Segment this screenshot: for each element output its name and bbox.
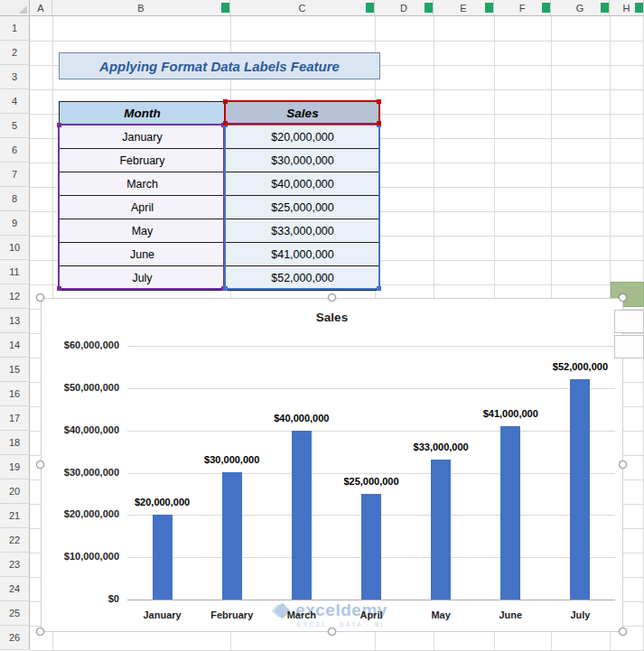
month-cell[interactable]: March <box>60 172 226 195</box>
bar-july[interactable] <box>570 379 590 600</box>
sales-chart[interactable]: Sales exceldemy EXCEL · DATA · BI $60,00… <box>41 298 623 632</box>
x-axis-label[interactable]: March <box>266 609 336 620</box>
y-axis-label[interactable]: $50,000,000 <box>42 382 119 393</box>
row-header-2[interactable]: 2 <box>0 41 30 65</box>
y-axis-label[interactable]: $60,000,000 <box>42 339 119 350</box>
row-header-22[interactable]: 22 <box>0 528 30 553</box>
select-all-corner[interactable] <box>0 0 30 16</box>
chart-gridline <box>127 473 615 474</box>
row-header-23[interactable]: 23 <box>0 553 30 577</box>
row-header-15[interactable]: 15 <box>0 358 30 382</box>
chart-resize-handle[interactable] <box>36 628 44 636</box>
chart-resize-handle[interactable] <box>328 293 336 302</box>
x-axis-label[interactable]: February <box>197 609 266 620</box>
table-body: January$20,000,000February$30,000,000Mar… <box>60 126 379 290</box>
chart-resize-handle[interactable] <box>619 293 627 302</box>
bar-january[interactable] <box>153 515 173 600</box>
bar-june[interactable] <box>500 426 520 600</box>
row-header-4[interactable]: 4 <box>0 89 30 114</box>
table-header-month[interactable]: Month <box>60 102 226 125</box>
column-header-f[interactable]: F <box>494 0 551 16</box>
row-header-25[interactable]: 25 <box>0 601 30 626</box>
row-headers: 1234567891011121314151617181920212223242… <box>0 16 30 650</box>
row-header-5[interactable]: 5 <box>0 114 30 138</box>
column-headers: ABCDEFGH <box>30 0 644 16</box>
row-header-13[interactable]: 13 <box>0 309 30 333</box>
chart-resize-handle[interactable] <box>36 293 44 302</box>
y-axis-label[interactable]: $40,000,000 <box>42 424 119 435</box>
column-header-e[interactable]: E <box>434 0 494 16</box>
chart-resize-handle[interactable] <box>36 460 44 469</box>
row-header-12[interactable]: 12 <box>0 284 30 309</box>
header-accent <box>601 3 609 13</box>
row-header-3[interactable]: 3 <box>0 65 30 89</box>
sales-cell[interactable]: $20,000,000 <box>226 126 379 148</box>
row-header-8[interactable]: 8 <box>0 187 30 211</box>
chart-styles-button[interactable] <box>614 335 644 358</box>
month-cell[interactable]: June <box>60 243 226 265</box>
sales-cell[interactable]: $25,000,000 <box>226 196 379 219</box>
row-header-26[interactable]: 26 <box>0 626 30 650</box>
data-label[interactable]: $41,000,000 <box>467 408 554 419</box>
sales-cell[interactable]: $33,000,000 <box>226 219 379 242</box>
x-axis-label[interactable]: April <box>336 609 406 620</box>
data-label[interactable]: $25,000,000 <box>328 476 415 487</box>
table-row: May$33,000,000 <box>60 219 379 243</box>
column-header-a[interactable]: A <box>30 0 52 16</box>
x-axis-label[interactable]: June <box>476 609 546 620</box>
bar-april[interactable] <box>361 494 381 600</box>
sales-cell[interactable]: $52,000,000 <box>226 266 379 290</box>
y-axis-label[interactable]: $20,000,000 <box>42 508 119 519</box>
row-header-18[interactable]: 18 <box>0 431 30 455</box>
chart-resize-handle[interactable] <box>328 628 336 636</box>
column-header-d[interactable]: D <box>375 0 434 16</box>
column-header-b[interactable]: B <box>52 0 230 16</box>
row-header-7[interactable]: 7 <box>0 163 30 187</box>
chart-resize-handle[interactable] <box>619 460 627 469</box>
chart-resize-handle[interactable] <box>619 628 627 636</box>
row-header-19[interactable]: 19 <box>0 455 30 479</box>
header-accent <box>485 3 493 13</box>
sales-cell[interactable]: $41,000,000 <box>226 243 379 265</box>
month-cell[interactable]: February <box>60 149 226 172</box>
row-header-21[interactable]: 21 <box>0 504 30 528</box>
sales-cell[interactable]: $30,000,000 <box>226 149 379 172</box>
month-cell[interactable]: April <box>60 196 226 219</box>
bar-march[interactable] <box>292 431 312 600</box>
month-cell[interactable]: January <box>60 126 226 148</box>
y-axis-label[interactable]: $10,000,000 <box>42 551 119 562</box>
spreadsheet: ABCDEFGH 1234567891011121314151617181920… <box>0 0 644 651</box>
row-header-1[interactable]: 1 <box>0 16 30 41</box>
row-header-24[interactable]: 24 <box>0 577 30 601</box>
column-header-h[interactable]: H <box>610 0 644 16</box>
row-header-6[interactable]: 6 <box>0 138 30 163</box>
x-axis-label[interactable]: July <box>546 609 615 620</box>
data-label[interactable]: $30,000,000 <box>189 454 275 465</box>
data-label[interactable]: $33,000,000 <box>397 442 484 452</box>
y-axis-label[interactable]: $30,000,000 <box>42 467 119 478</box>
row-header-9[interactable]: 9 <box>0 211 30 236</box>
x-axis-label[interactable]: January <box>127 609 197 620</box>
data-label[interactable]: $52,000,000 <box>537 361 623 372</box>
month-cell[interactable]: July <box>60 266 226 290</box>
month-cell[interactable]: May <box>60 219 226 242</box>
column-header-g[interactable]: G <box>551 0 610 16</box>
row-header-16[interactable]: 16 <box>0 382 30 406</box>
row-header-14[interactable]: 14 <box>0 333 30 358</box>
bar-may[interactable] <box>431 460 451 600</box>
chart-elements-button[interactable] <box>614 310 644 333</box>
chart-title[interactable]: Sales <box>42 311 622 324</box>
row-header-20[interactable]: 20 <box>0 479 30 504</box>
header-accent <box>635 3 643 13</box>
sales-cell[interactable]: $40,000,000 <box>226 172 379 195</box>
row-header-17[interactable]: 17 <box>0 406 30 431</box>
table-header-sales[interactable]: Sales <box>226 102 379 125</box>
column-header-c[interactable]: C <box>230 0 375 16</box>
x-axis-label[interactable]: May <box>406 609 476 620</box>
row-header-11[interactable]: 11 <box>0 260 30 284</box>
data-label[interactable]: $40,000,000 <box>258 413 345 423</box>
bar-february[interactable] <box>222 472 242 600</box>
watermark-tagline: EXCEL · DATA · BI <box>297 621 385 628</box>
data-label[interactable]: $20,000,000 <box>119 497 206 507</box>
row-header-10[interactable]: 10 <box>0 236 30 260</box>
